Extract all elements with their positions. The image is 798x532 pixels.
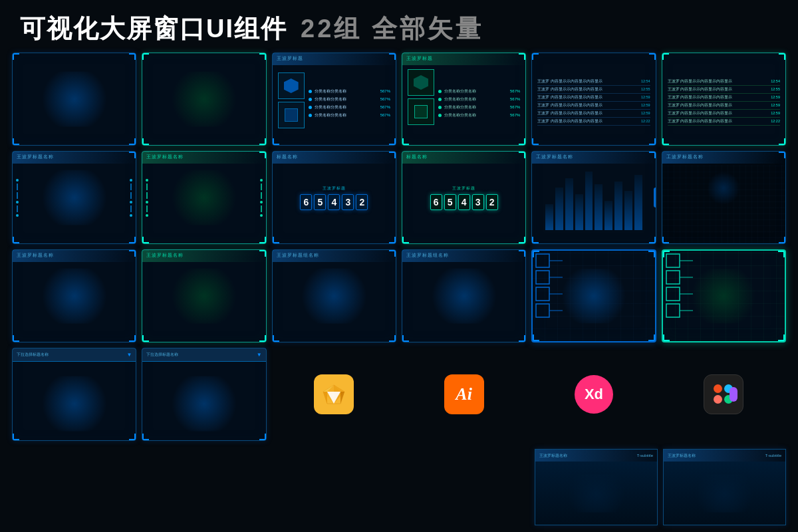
panel-label-r1c3: 王波罗标题 [273, 53, 396, 65]
side-handle [654, 188, 656, 207]
label-r3c4: 王波罗标题组名称 [402, 250, 525, 262]
component-r1c1 [12, 53, 136, 146]
bottom-panel-1-content [535, 462, 657, 525]
bottom-panel-2-sub: T-subtitle [765, 454, 781, 458]
xd-icon-container: Xd [575, 375, 613, 414]
svg-rect-9 [666, 271, 680, 284]
component-r2c4: 标题名称 王波罗标题 6 5 4 3 2 [402, 151, 526, 244]
svg-rect-11 [666, 304, 680, 317]
bottom-panel-1-sub: T-subtitle [637, 454, 653, 458]
dropdown-bar-r4c2[interactable]: 下拉选择标题名称 ▼ [142, 348, 265, 362]
panel-icon [278, 72, 305, 99]
component-r3c6 [662, 249, 786, 342]
text-list-r1c5: 王波罗 内容显示示内容显示内容显示12:54 王波罗 内容显示示内容显示内容显示… [537, 65, 650, 140]
dropdown-arrow-r4c2: ▼ [257, 352, 262, 358]
bottom-panel-2-content [664, 462, 785, 525]
component-r4c2: 下拉选择标题名称 ▼ [142, 348, 266, 441]
panel-rows-list: 分类名称分类名称567% 分类名称分类名称567% 分类名称分类名称567% 分… [309, 66, 390, 140]
svg-rect-1 [536, 271, 549, 284]
header: 可视化大屏窗口UI组件 22组 全部矢量 [0, 0, 798, 53]
panel-label-r1c4: 王波罗标题 [402, 53, 525, 65]
page-title-extra: 22组 全部矢量 [301, 12, 483, 46]
component-r4c3 [272, 348, 396, 441]
component-r4c6 [662, 348, 786, 441]
component-r1c3: 王波罗标题 分类名称分类名称567% 分类名称分类名称567% 分类名称分类名称… [272, 53, 396, 146]
component-r2c5: 工波罗标题名称 [531, 151, 656, 244]
page-wrapper: 可视化大屏窗口UI组件 22组 全部矢量 王波罗标题 [0, 0, 798, 532]
svg-rect-2 [536, 287, 549, 301]
component-r1c5: 王波罗 内容显示示内容显示内容显示12:54 王波罗 内容显示示内容显示内容显示… [531, 53, 656, 146]
dropdown-bar-r4c1[interactable]: 下拉选择标题名称 ▼ [13, 348, 136, 362]
component-r4c1: 下拉选择标题名称 ▼ [12, 348, 136, 441]
sketch-icon-container [314, 374, 354, 414]
component-r1c2 [142, 53, 266, 146]
label-r3c1: 王波罗标题名称 [13, 250, 136, 262]
label-r2c2: 王波罗标题名称 [142, 152, 265, 164]
svg-rect-0 [536, 254, 549, 267]
svg-rect-10 [666, 287, 680, 301]
ai-icon-container: Ai [444, 374, 484, 414]
figma-icon-container [704, 374, 743, 414]
label-r3c3: 王波罗标题组名称 [273, 250, 396, 262]
label-r3c2: 王波罗标题名称 [142, 250, 265, 262]
circuit-svg-r3c6 [663, 251, 785, 341]
dropdown-label-r4c2: 下拉选择标题名称 [146, 352, 253, 358]
component-r2c1: 王波罗标题名称 [12, 151, 136, 244]
bottom-panel-1: 王波罗标题名称 T-subtitle [535, 449, 658, 525]
label-r2c6: 工波罗标题名称 [662, 152, 785, 164]
bottom-panel-2-header: 王波罗标题名称 T-subtitle [664, 450, 785, 462]
component-r1c4: 王波罗标题 分类名称分类名称567% 分类名称分类名称567% 分类名称分类名称… [402, 53, 526, 146]
component-r2c3: 标题名称 王波罗标题 6 5 4 3 2 [272, 151, 396, 244]
components-grid: 王波罗标题 分类名称分类名称567% 分类名称分类名称567% 分类名称分类名称… [0, 53, 798, 441]
component-r4c5: Xd [531, 348, 656, 441]
component-r2c6: 工波罗标题名称 [662, 151, 786, 244]
text-list-r1c6: 王波罗 内容显示示内容显示内容显示12:54 王波罗 内容显示示内容显示内容显示… [668, 65, 780, 140]
bottom-right-panels: 王波罗标题名称 T-subtitle 王波罗标题名称 T-subtitle [535, 449, 786, 525]
dropdown-label-r4c1: 下拉选择标题名称 [17, 352, 124, 358]
ai-label: Ai [456, 384, 472, 404]
page-title-cn: 可视化大屏窗口UI组件 [20, 12, 287, 46]
svg-rect-3 [536, 304, 549, 317]
label-r2c5: 工波罗标题名称 [532, 152, 655, 164]
bottom-panel-2: 王波罗标题名称 T-subtitle [663, 449, 786, 525]
component-r2c2: 王波罗标题名称 [142, 151, 266, 244]
dropdown-arrow-r4c1: ▼ [126, 352, 132, 358]
svg-rect-8 [666, 254, 680, 267]
component-r4c4: Ai [402, 348, 526, 441]
component-r3c3: 王波罗标题组名称 [272, 249, 396, 342]
component-r3c1: 王波罗标题名称 [12, 249, 136, 342]
countdown-r2c3: 王波罗标题 6 5 4 3 2 [273, 152, 396, 243]
bottom-panel-2-label: 王波罗标题名称 [668, 453, 696, 459]
bottom-panel-1-label: 王波罗标题名称 [539, 453, 567, 459]
label-r2c1: 王波罗标题名称 [13, 152, 136, 164]
component-r3c5 [531, 249, 656, 342]
component-r1c6: 王波罗 内容显示示内容显示内容显示12:54 王波罗 内容显示示内容显示内容显示… [662, 53, 786, 146]
component-r3c2: 王波罗标题名称 [142, 249, 266, 342]
countdown-r2c4: 王波罗标题 6 5 4 3 2 [402, 152, 525, 243]
bottom-panel-1-header: 王波罗标题名称 T-subtitle [535, 450, 657, 462]
xd-label: Xd [585, 386, 603, 403]
component-r3c4: 王波罗标题组名称 [402, 249, 526, 342]
sketch-logo [322, 384, 346, 405]
circuit-svg-r3c5 [533, 251, 654, 341]
